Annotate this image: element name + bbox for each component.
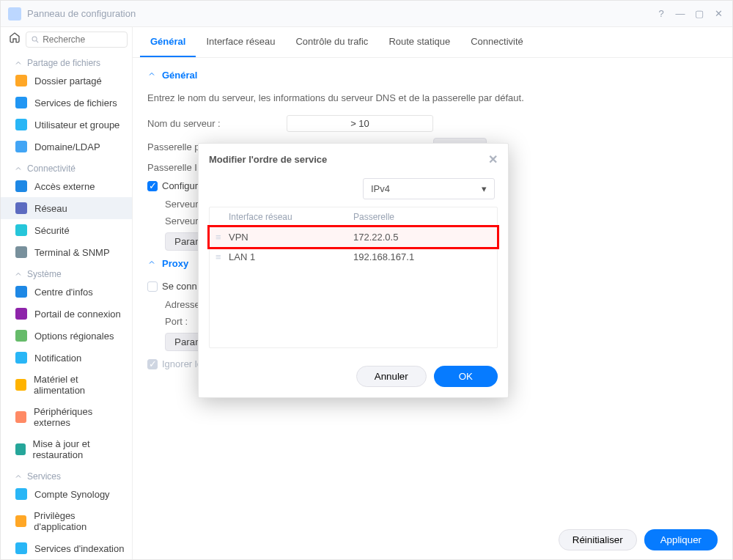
col-gateway: Passerelle [353,212,491,222]
cancel-button[interactable]: Annuler [356,366,427,387]
dialog-close-icon[interactable]: ✕ [488,152,498,166]
chevron-down-icon: ▾ [482,183,487,194]
service-order-dialog: Modifier l'ordre de service ✕ IPv4 ▾ Int… [198,143,509,398]
control-panel-window: Panneau de configuration ? — ▢ ✕ Partage… [0,0,733,560]
interface-table: Interface réseau Passerelle ≡VPN172.22.0… [209,207,498,348]
table-row[interactable]: ≡VPN172.22.0.5 [210,227,497,247]
ok-button[interactable]: OK [434,366,498,387]
protocol-select[interactable]: IPv4 ▾ [363,178,495,199]
modal-overlay: Modifier l'ordre de service ✕ IPv4 ▾ Int… [0,0,733,560]
drag-handle-icon[interactable]: ≡ [216,251,229,262]
drag-handle-icon[interactable]: ≡ [216,232,229,243]
dialog-title: Modifier l'ordre de service [209,154,327,165]
col-interface: Interface réseau [229,212,353,222]
table-row[interactable]: ≡LAN 1192.168.167.1 [210,247,497,267]
